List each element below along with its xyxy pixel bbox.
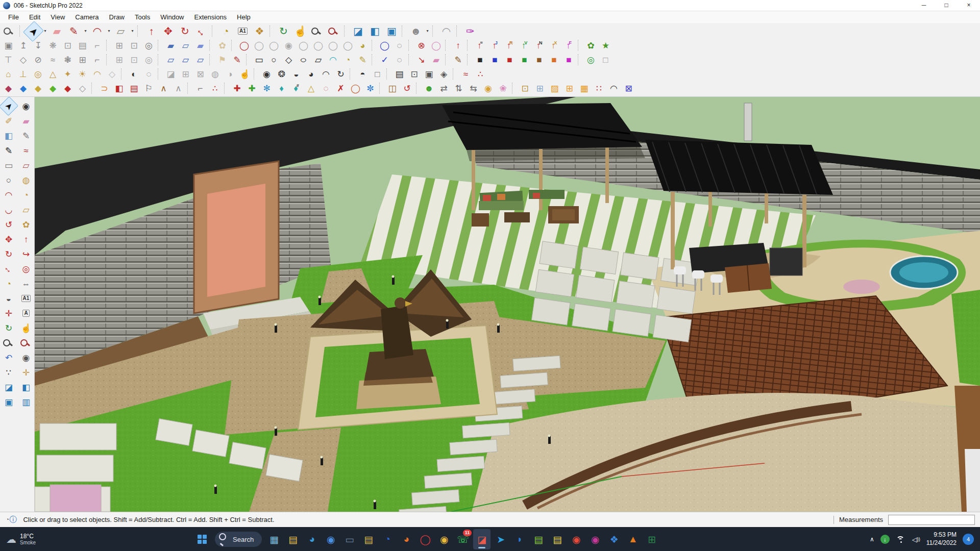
material-cube-magenta[interactable]: ■ <box>562 54 576 66</box>
flag-white-tool[interactable]: ⚐ <box>142 82 156 95</box>
palette-previous-tool[interactable]: ↶ <box>2 351 16 364</box>
fold-brown-tool[interactable]: ∧ <box>157 82 170 95</box>
freehand-yellow-tool[interactable]: ✎ <box>356 54 370 66</box>
palette-move-tool[interactable]: ✥ <box>2 233 16 246</box>
box-export-tool[interactable]: □ <box>599 54 612 66</box>
palette-look-around-tool[interactable]: ◉ <box>19 351 33 364</box>
round-corner-tool[interactable]: ◯ <box>252 39 266 52</box>
zoom-tool[interactable] <box>309 24 325 38</box>
lasso-tool[interactable]: ◌ <box>393 54 406 66</box>
diamond-redblue-tool[interactable]: ◆ <box>2 82 15 95</box>
ring-redblue-tool[interactable]: ◯ <box>349 82 362 95</box>
round-edge-tool[interactable]: ◯ <box>267 39 281 52</box>
palette-offset-tool[interactable]: ◎ <box>19 262 33 276</box>
taskbar-app-sticky-notes[interactable]: ▤ <box>549 529 566 549</box>
taskbar-app-instagram[interactable]: ◉ <box>586 529 604 549</box>
push-pull-tool[interactable]: ↑ <box>143 24 159 38</box>
plus-red-tool[interactable]: ✚ <box>230 82 244 95</box>
tape-measure-tool[interactable]: ◔ <box>218 24 234 38</box>
disc-orange-tool[interactable]: ◉ <box>481 82 495 95</box>
palette-3d-text-tool[interactable]: A <box>19 307 33 320</box>
lasso-x-tool[interactable]: ✗ <box>334 82 348 95</box>
zoom-extents-tool[interactable] <box>326 24 342 38</box>
rectangle-shape-tool[interactable]: ▭ <box>252 54 266 66</box>
arc-cyan-tool[interactable]: ◠ <box>326 54 340 66</box>
box-arrow3-tool[interactable]: ⇆ <box>467 82 480 95</box>
diamond-blue-tool[interactable]: ◆ <box>16 82 30 95</box>
layout-plane-2[interactable]: ▱ <box>179 54 192 66</box>
pencil-brown-tool[interactable]: ✎ <box>451 54 465 66</box>
palette-component-tool[interactable]: ◧ <box>2 129 16 142</box>
material-cube-brown[interactable]: ■ <box>532 54 546 66</box>
palette-pie-tool[interactable]: ◔ <box>19 188 33 202</box>
box-arrow2-tool[interactable]: ⇅ <box>452 82 465 95</box>
palette-rotate-tool[interactable]: ↻ <box>2 247 16 261</box>
taskbar-app-whatsapp[interactable]: ☏11 <box>454 529 472 549</box>
sun-tool[interactable]: ☀ <box>76 68 89 81</box>
line-dropdown[interactable]: ▾ <box>83 24 88 38</box>
menu-item-extensions[interactable]: Extensions <box>189 12 232 22</box>
palette-curve-tool[interactable]: ◡ <box>2 203 16 216</box>
joint-n-tool[interactable]: ↑N <box>532 39 546 52</box>
tray-overflow-chevron-icon[interactable]: ∧ <box>870 536 874 543</box>
palette-leaf-tool[interactable]: ✿ <box>19 218 33 231</box>
wifi-icon[interactable] <box>896 535 906 543</box>
box-arrow1-tool[interactable]: ⇄ <box>437 82 451 95</box>
taskbar-app-excel-app[interactable]: ⊞ <box>643 529 660 549</box>
import-down-tool[interactable]: ↧ <box>31 39 45 52</box>
taskbar-app-telegram[interactable]: ➤ <box>492 529 509 549</box>
palette-dimension-tool[interactable]: ⇔ <box>19 277 33 290</box>
palette-axes-tool[interactable]: ✛ <box>2 307 16 320</box>
taskbar-app-task-view[interactable]: ▦ <box>265 529 283 549</box>
orbit-tool[interactable]: ↻ <box>276 24 291 38</box>
dashed-circle-tool[interactable]: ◌ <box>142 68 156 81</box>
taskbar-app-firefox-browser[interactable]: ◕ <box>398 529 415 549</box>
ring-c-tool[interactable]: ◌ <box>393 39 406 52</box>
close-button[interactable]: × <box>958 0 980 11</box>
drop-teal-tool[interactable]: ♦ <box>275 82 288 95</box>
circle-shape-tool[interactable]: ○ <box>267 54 281 66</box>
coil-tool[interactable]: ≈ <box>46 54 60 66</box>
shadow-house-tool[interactable]: ⌂ <box>2 68 15 81</box>
swirl-orange-tool[interactable]: ⊃ <box>97 82 111 95</box>
rotate-tool[interactable]: ↻ <box>177 24 193 38</box>
taskbar-app-edge-browser[interactable]: ◕ <box>303 529 321 549</box>
grid-4-tool[interactable]: ⊞ <box>562 82 576 95</box>
texture-cube1-tool[interactable]: ⊞ <box>179 68 192 81</box>
box-small-tool[interactable]: □ <box>371 68 384 81</box>
square-lined-tool[interactable]: ▤ <box>127 82 141 95</box>
layout-plane-1[interactable]: ▱ <box>164 54 178 66</box>
eraser-pink-tool[interactable]: ▰ <box>429 54 443 66</box>
checker-sphere2-tool[interactable]: ◑ <box>223 68 237 81</box>
drape-tool[interactable]: ↘ <box>414 54 428 66</box>
start-button[interactable] <box>193 535 211 544</box>
arc-segment-tool[interactable]: ◠ <box>438 24 454 38</box>
c-red-tool[interactable]: ↺ <box>400 82 414 95</box>
section-fill-tool[interactable]: ◧ <box>367 24 383 38</box>
palette-rotate2-tool[interactable]: ↺ <box>2 218 16 231</box>
curic-section-tool[interactable]: ✑ <box>462 24 478 38</box>
path-ring-tool[interactable]: ◯ <box>378 39 391 52</box>
fan2-tool[interactable]: ❃ <box>61 54 75 66</box>
paint-bucket-tool[interactable]: ❖ <box>252 24 267 38</box>
coil-green-tool[interactable]: ◎ <box>584 54 598 66</box>
texture-slash-tool[interactable]: ◪ <box>164 68 178 81</box>
trash-tool[interactable]: ◫ <box>385 82 399 95</box>
grid-tool[interactable]: ⊞ <box>112 54 126 66</box>
taskbar-app-vlc-player[interactable]: ▲ <box>624 529 642 549</box>
grid-cube-tool[interactable]: ⊞ <box>76 54 89 66</box>
material-cube-green[interactable]: ■ <box>518 54 531 66</box>
select-dropdown[interactable]: ▾ <box>42 24 48 38</box>
taskbar-app-edge-dev-browser[interactable]: ◔ <box>379 529 396 549</box>
section-display-tool[interactable]: ▣ <box>384 24 400 38</box>
palette-position-camera-tool[interactable]: ✛ <box>19 366 33 379</box>
material-cube-blue[interactable]: ■ <box>488 54 502 66</box>
texture-cube2-tool[interactable]: ⊠ <box>193 68 207 81</box>
taskbar-app-photos-app[interactable]: ❖ <box>605 529 623 549</box>
leaf-green-tool[interactable]: ✿ <box>584 39 598 52</box>
diamond-green-tool[interactable]: ◆ <box>46 82 60 95</box>
palette-walk-tool[interactable]: ∵ <box>2 366 16 379</box>
round-sharp-tool[interactable]: ◯ <box>297 39 310 52</box>
hand-cube-tool[interactable]: ☝ <box>238 68 252 81</box>
palette-rotated-rect-tool[interactable]: ▱ <box>19 159 33 172</box>
